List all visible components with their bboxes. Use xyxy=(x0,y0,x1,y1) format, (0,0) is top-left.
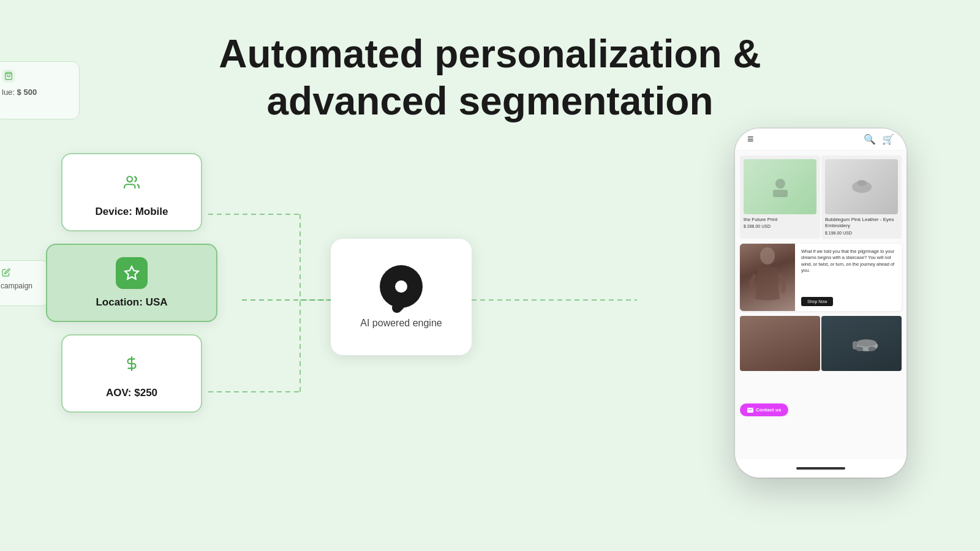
home-indicator xyxy=(796,467,845,470)
star-icon xyxy=(116,257,148,289)
cart-icon xyxy=(2,69,15,83)
svg-point-19 xyxy=(856,347,863,351)
bg-value-label: lue: $ 500 xyxy=(2,88,72,97)
phone-top-bar: ≡ 🔍 🛒 xyxy=(735,129,907,151)
product-1-name: the Future Print xyxy=(744,217,816,223)
contact-us-button[interactable]: Contact us xyxy=(740,403,788,416)
svg-point-14 xyxy=(857,180,867,186)
svg-point-20 xyxy=(868,347,875,351)
segment-cards-container: Device: Mobile Location: USA AOV: $250 xyxy=(61,153,217,413)
banner-text-area: What if we told you that the pilgrimage … xyxy=(795,244,902,311)
svg-marker-2 xyxy=(125,266,138,279)
phone-action-icons: 🔍 🛒 xyxy=(864,133,894,145)
svg-rect-12 xyxy=(773,190,788,197)
phone-content-area: the Future Print $ 288.00 USD Bubblegum … xyxy=(735,151,907,459)
search-icon: 🔍 xyxy=(864,133,876,145)
shop-now-button[interactable]: Shop Now xyxy=(801,297,833,306)
phone-bottom-bar xyxy=(735,459,907,478)
svg-point-17 xyxy=(856,339,876,347)
phone-mockup: ≡ 🔍 🛒 the Future Print $ 288.00 USD xyxy=(735,129,907,478)
bg-card-top: lue: $ 500 xyxy=(0,61,80,119)
users-icon xyxy=(116,167,148,198)
product-bottom-1 xyxy=(740,316,820,371)
product-bottom-2 xyxy=(821,316,902,371)
product-2-price: $ 198.00 USD xyxy=(825,231,898,235)
product-1: the Future Print $ 288.00 USD xyxy=(740,156,820,239)
ai-engine-icon xyxy=(380,265,423,308)
product-row-bottom xyxy=(735,313,907,373)
ai-engine-card: AI powered engine xyxy=(331,239,472,355)
device-label: Device: Mobile xyxy=(95,206,168,218)
banner-section: What if we told you that the pilgrimage … xyxy=(740,244,902,311)
product-1-price: $ 288.00 USD xyxy=(744,224,816,228)
ai-engine-label: AI powered engine xyxy=(360,318,442,329)
banner-image xyxy=(740,244,795,311)
title-line1: Automated personalization & xyxy=(219,32,761,76)
contact-us-label: Contact us xyxy=(756,407,781,413)
title-line2: advanced segmentation xyxy=(266,79,713,123)
product-2-name: Bubblegum Pink Leather - Eyes Embroidery xyxy=(825,217,898,230)
hamburger-icon: ≡ xyxy=(747,133,754,146)
pencil-icon xyxy=(1,267,12,278)
location-label: Location: USA xyxy=(96,296,167,309)
product-1-image xyxy=(744,159,816,214)
aov-segment-card: AOV: $250 xyxy=(61,334,202,413)
woman-image xyxy=(740,244,795,311)
cart-icon: 🛒 xyxy=(882,133,894,145)
svg-point-1 xyxy=(127,176,132,182)
campaign-label: campaign xyxy=(1,282,42,290)
product-2-image xyxy=(825,159,898,214)
device-segment-card: Device: Mobile xyxy=(61,153,202,231)
dollar-icon xyxy=(116,348,148,380)
phone-frame: ≡ 🔍 🛒 the Future Print $ 288.00 USD xyxy=(735,129,907,478)
location-segment-card: Location: USA xyxy=(46,244,217,322)
product-row-top: the Future Print $ 288.00 USD Bubblegum … xyxy=(735,151,907,241)
aov-label: AOV: $250 xyxy=(106,387,157,399)
bg-card-mid: campaign xyxy=(0,260,49,306)
product-2: Bubblegum Pink Leather - Eyes Embroidery… xyxy=(821,156,902,239)
banner-text: What if we told you that the pilgrimage … xyxy=(801,249,895,274)
svg-point-11 xyxy=(775,179,785,189)
page-title: Automated personalization & advanced seg… xyxy=(0,31,980,125)
svg-point-15 xyxy=(760,247,775,264)
